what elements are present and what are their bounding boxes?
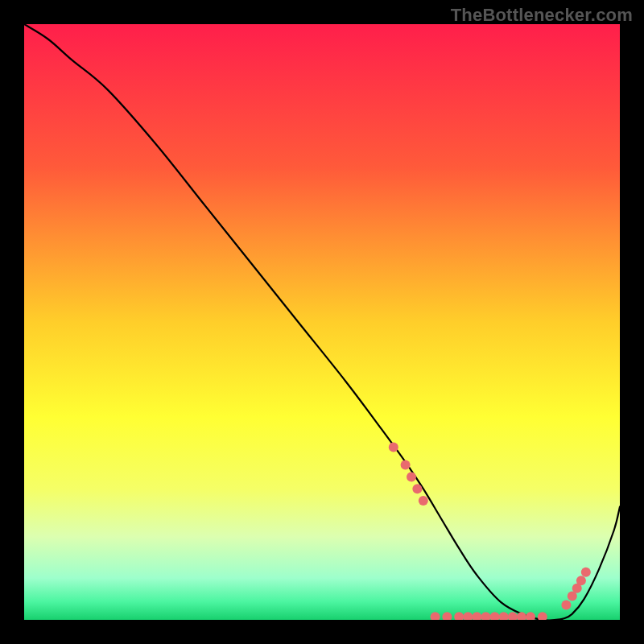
- marker-dot: [412, 484, 422, 493]
- marker-dot: [401, 460, 411, 470]
- marker-dot: [581, 568, 591, 577]
- attribution-label: TheBottlenecker.com: [451, 5, 633, 26]
- marker-dot: [389, 442, 398, 452]
- marker-dot: [419, 496, 428, 506]
- marker-dot: [561, 601, 571, 610]
- marker-dot: [407, 472, 416, 481]
- plot-area: [24, 24, 620, 620]
- marker-dot: [576, 576, 586, 585]
- chart-svg: [24, 24, 620, 620]
- gradient-background: [24, 24, 620, 620]
- chart-frame: TheBottlenecker.com: [0, 0, 644, 644]
